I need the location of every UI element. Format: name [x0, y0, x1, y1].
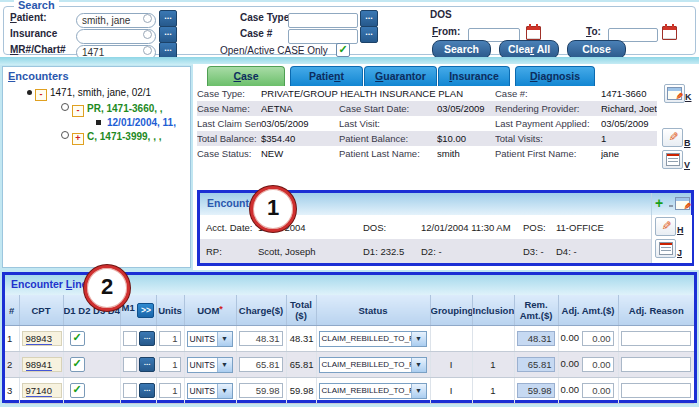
status-select[interactable]: CLAIM_REBILLED_TO_PR▼ — [319, 331, 427, 347]
uom-select[interactable]: UNITS▼ — [187, 357, 233, 373]
annotation-circle-2: 2 — [84, 265, 130, 311]
line-number: 2 — [5, 352, 19, 378]
calendar-icon[interactable] — [526, 26, 541, 40]
chevron-down-icon: ▼ — [411, 332, 426, 346]
case-number-lookup-button[interactable]: ... — [360, 26, 378, 43]
grouping-value: I — [430, 352, 472, 378]
search-panel: Search Patient: ... Insurance ... MR#/Ch… — [0, 2, 699, 57]
edit-pencil-icon[interactable]: ✎ — [662, 128, 683, 147]
m1-input[interactable] — [123, 357, 137, 372]
case-number-label: Case # — [240, 28, 272, 39]
m1-lookup-button[interactable]: ... — [139, 331, 155, 346]
dos-to-label: To: — [586, 26, 601, 37]
rem-amt-input[interactable] — [517, 357, 555, 372]
case-row-name: Case Name: AETNA Case Start Date: 03/05/… — [197, 101, 657, 116]
col-adj-amt: Adj. Amt.($) — [558, 295, 618, 326]
line-number: 3 — [5, 378, 19, 404]
uom-select[interactable]: UNITS▼ — [187, 383, 233, 399]
tree-node-encounter-date[interactable]: 12/01/2004, 11, — [96, 117, 176, 128]
m1-expand-button[interactable]: >> — [137, 303, 154, 318]
search-legend: Search — [14, 0, 59, 11]
edit-note-icon[interactable]: ✎ — [673, 195, 690, 210]
status-select[interactable]: CLAIM_REBILLED_TO_PR▼ — [319, 383, 427, 399]
edit-pencil-icon[interactable]: ✎ — [655, 217, 676, 236]
square-bullet-icon — [96, 120, 101, 125]
encounter-icon-rail: ✎ H J — [651, 215, 692, 263]
tab-insurance[interactable]: Insurance — [438, 66, 510, 86]
adj-reason-input[interactable] — [621, 357, 691, 372]
add-encounter-icon[interactable]: + — [655, 197, 663, 210]
total-value: 65.81 — [286, 352, 316, 378]
adj-amt-input[interactable] — [582, 357, 614, 372]
insurance-lookup-button[interactable]: ... — [159, 26, 177, 43]
m1-lookup-button[interactable]: ... — [139, 357, 155, 372]
tree-node-case-c[interactable]: +C, 1471-3999, , , — [61, 131, 162, 145]
dos-label: DOS — [430, 9, 452, 20]
adj-reason-input[interactable] — [621, 383, 691, 398]
patient-lookup-button[interactable]: ... — [159, 10, 177, 27]
tree-node-case-pr[interactable]: -PR, 1471-3660, , — [61, 103, 163, 117]
adj-amt-value: 0.00 — [561, 358, 580, 369]
tab-guarantor[interactable]: Guarantor — [364, 66, 437, 86]
encounters-panel: Encounters -1471, smith, jane, 02/1 -PR,… — [2, 66, 191, 268]
status-select[interactable]: CLAIM_REBILLED_TO_PR▼ — [319, 357, 427, 373]
cpt-code-field[interactable]: 97140 — [22, 383, 62, 398]
notes-document-icon[interactable] — [655, 239, 676, 258]
charge-input[interactable] — [239, 383, 283, 398]
case-number-input[interactable] — [288, 29, 358, 44]
m1-input[interactable] — [123, 331, 137, 346]
expand-box-icon[interactable]: + — [72, 133, 84, 145]
col-inclusion: Inclusion — [472, 295, 514, 326]
encounter-line-row: 2 98941 ✓ ... UNITS▼ 65.81 CLAIM_REBILLE… — [5, 352, 694, 378]
open-active-checkbox[interactable]: ✓ — [336, 43, 350, 57]
d1-checkbox[interactable]: ✓ — [70, 383, 85, 398]
collapse-box-icon[interactable]: - — [72, 105, 84, 117]
shortcut-k-label: K — [685, 92, 692, 102]
calendar-icon[interactable] — [662, 26, 677, 40]
circle-bullet-icon — [61, 103, 69, 111]
units-input[interactable] — [159, 331, 181, 346]
cpt-code-field[interactable]: 98941 — [22, 357, 62, 372]
line-number: 1 — [5, 326, 19, 352]
rem-amt-input[interactable] — [517, 383, 555, 398]
case-type-lookup-button[interactable]: ... — [360, 10, 378, 27]
lookup-circle-icon — [143, 46, 152, 55]
notes-document-icon[interactable] — [662, 150, 683, 169]
tab-patient[interactable]: Patient — [290, 66, 363, 86]
tab-diagnosis[interactable]: Diagnosis — [515, 66, 595, 86]
case-type-label: Case Type — [240, 12, 289, 23]
dos-to-field — [608, 24, 658, 38]
chevron-down-icon: ▼ — [217, 358, 232, 372]
charge-input[interactable] — [239, 357, 283, 372]
lookup-circle-icon — [143, 14, 152, 23]
m1-input[interactable] — [123, 383, 137, 398]
annotation-circle-1: 1 — [250, 186, 296, 232]
rem-amt-input[interactable] — [517, 331, 555, 346]
col-adj-reason: Adj. Reason — [618, 295, 694, 326]
adj-amt-input[interactable] — [582, 331, 614, 346]
units-input[interactable] — [159, 383, 181, 398]
d1-checkbox[interactable]: ✓ — [70, 357, 85, 372]
charge-input[interactable] — [239, 331, 283, 346]
cpt-code-field[interactable]: 98943 — [22, 331, 62, 346]
collapse-box-icon[interactable]: - — [35, 89, 47, 101]
m1-lookup-button[interactable]: ... — [139, 383, 155, 398]
inclusion-value: 1 — [472, 378, 514, 404]
encounter-line-row: 1 98943 ✓ ... UNITS▼ 48.31 CLAIM_REBILLE… — [5, 326, 694, 352]
encounter-row-provider: RP: Scott, Joseph D1: 232.5 D2: - D3: - … — [200, 239, 651, 263]
uom-select[interactable]: UNITS▼ — [187, 331, 233, 347]
case-number-field — [288, 26, 358, 41]
insurance-field — [76, 26, 156, 41]
edit-note-icon[interactable]: ✎ — [664, 84, 685, 103]
case-row-balances: Total Balance: $354.40 Patient Balance: … — [197, 131, 657, 146]
shortcut-v-label: V — [684, 160, 690, 170]
tab-case[interactable]: Case — [207, 66, 285, 86]
adj-reason-input[interactable] — [621, 331, 691, 346]
d1-checkbox[interactable]: ✓ — [70, 331, 85, 346]
units-input[interactable] — [159, 357, 181, 372]
shortcut-h-label: H — [677, 225, 684, 235]
tree-node-patient[interactable]: -1471, smith, jane, 02/1 — [27, 87, 151, 101]
shortcut-b-label: B — [684, 138, 691, 148]
mr-chart-field — [76, 42, 156, 57]
adj-amt-input[interactable] — [582, 383, 614, 398]
